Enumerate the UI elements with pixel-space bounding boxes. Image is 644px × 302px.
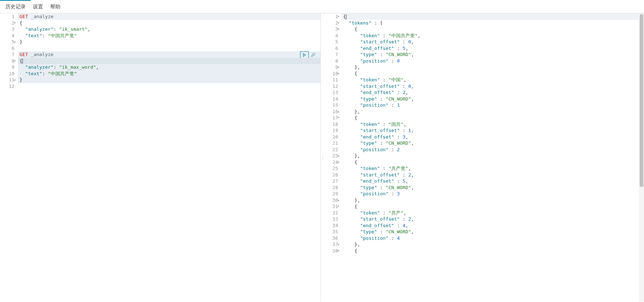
line-number: 8▾ (0, 58, 14, 64)
code-line: "token" : "中国", (342, 77, 644, 83)
line-number: 37▴ (324, 241, 338, 248)
fold-icon[interactable]: ▴ (338, 109, 340, 115)
code-line[interactable]: GET _analyze (18, 51, 320, 58)
code-line: "type" : "CN_WORD", (342, 229, 644, 235)
code-line: }, (342, 241, 644, 248)
line-number: 2▾ (324, 20, 338, 26)
code-line: "position" : 0 (342, 58, 644, 64)
fold-icon[interactable]: ▴ (338, 241, 340, 248)
fold-icon[interactable]: ▴ (338, 197, 340, 204)
line-number: 25 (324, 165, 338, 172)
menu-history[interactable]: 历史记录 (5, 4, 26, 10)
code-line: "position" : 2 (342, 146, 644, 153)
line-number: 7 (0, 51, 14, 58)
line-number: 26 (324, 172, 338, 178)
line-number: 5 (324, 39, 338, 45)
fold-icon[interactable]: ▾ (14, 20, 16, 26)
line-number: 36 (324, 235, 338, 242)
line-number: 6 (0, 45, 14, 52)
line-number: 23▴ (324, 153, 338, 159)
code-line: "end_offset" : 5, (342, 178, 644, 184)
code-line: { (342, 248, 644, 254)
code-line: "token" : "国共", (342, 121, 644, 128)
code-line: }, (342, 197, 644, 204)
line-number: 2▾ (0, 20, 14, 26)
scroll-thumb[interactable] (640, 14, 643, 187)
code-line: { (342, 159, 644, 166)
code-line: { (342, 203, 644, 210)
response-content: { "tokens" : [ { "token" : "中国共产党", "sta… (342, 13, 644, 254)
code-line: "end_offset" : 3, (342, 134, 644, 140)
line-number: 35 (324, 229, 338, 235)
code-line: "start_offset" : 0, (342, 39, 644, 45)
line-number: 3▾ (324, 26, 338, 33)
line-number: 6 (324, 45, 338, 52)
line-number: 27 (324, 178, 338, 184)
fold-icon[interactable]: ▴ (338, 153, 340, 159)
menu-help[interactable]: 帮助 (50, 4, 60, 10)
code-line[interactable]: { (18, 20, 320, 26)
line-number: 10 (0, 71, 14, 77)
line-number: 1 (0, 13, 14, 20)
line-number: 14 (324, 96, 338, 102)
code-line: { (342, 26, 644, 33)
fold-icon[interactable]: ▴ (338, 64, 340, 71)
code-line: "token" : "中国共产党", (342, 33, 644, 39)
menu-bar: 历史记录 设置 帮助 (0, 1, 644, 13)
code-line[interactable]: "analyzer": "ik_smart", (18, 26, 320, 33)
line-number: 32 (324, 210, 338, 216)
code-line: }, (342, 153, 644, 159)
code-line[interactable]: } (18, 77, 320, 83)
request-content[interactable]: GET _analyze{ "analyzer": "ik_smart", "t… (18, 13, 320, 89)
fold-icon[interactable]: ▴ (14, 77, 16, 83)
line-number: 1▾ (324, 13, 338, 20)
code-line: "type" : "CN_WORD", (342, 184, 644, 191)
response-viewer[interactable]: 1▾2▾3▾456789▴10▾111213141516▴17▾18192021… (324, 13, 644, 302)
line-number: 18 (324, 121, 338, 128)
fold-icon[interactable]: ▾ (338, 159, 340, 166)
fold-icon[interactable]: ▾ (338, 13, 340, 20)
fold-icon[interactable]: ▾ (338, 71, 340, 77)
line-number: 28 (324, 184, 338, 191)
scrollbar[interactable] (639, 13, 644, 302)
fold-icon[interactable]: ▾ (338, 20, 340, 26)
code-line[interactable]: "analyzer": "ik_max_word", (18, 64, 320, 71)
fold-icon[interactable]: ▾ (338, 26, 340, 33)
fold-icon[interactable]: ▾ (338, 115, 340, 121)
code-line: }, (342, 64, 644, 71)
line-number: 10▾ (324, 71, 338, 77)
code-line: "end_offset" : 2, (342, 89, 644, 96)
code-line[interactable]: GET _analyze (18, 13, 320, 20)
code-line[interactable] (18, 83, 320, 90)
line-number: 16▴ (324, 109, 338, 115)
request-editor[interactable]: 12▾345▴678▾91011▴12 GET _analyze{ "analy… (0, 13, 321, 302)
line-number: 8 (324, 58, 338, 64)
cursor (346, 14, 346, 20)
line-number: 21 (324, 140, 338, 146)
fold-icon[interactable]: ▴ (14, 39, 16, 45)
line-number: 12 (0, 83, 14, 90)
line-number: 4 (324, 33, 338, 39)
code-line: "type" : "CN_WORD", (342, 140, 644, 146)
code-line[interactable]: "text": "中国共产党" (18, 71, 320, 77)
line-number: 34 (324, 222, 338, 229)
code-line[interactable] (18, 45, 320, 52)
code-line[interactable]: { (18, 58, 320, 64)
line-number: 13 (324, 89, 338, 96)
menu-settings[interactable]: 设置 (33, 4, 43, 10)
line-number: 3 (0, 26, 14, 33)
cursor (22, 59, 23, 64)
pane-splitter[interactable]: ⋮ (321, 13, 324, 302)
line-number: 33 (324, 216, 338, 222)
main-container: 12▾345▴678▾91011▴12 GET _analyze{ "analy… (0, 13, 644, 302)
code-line: "type" : "CN_WORD", (342, 51, 644, 58)
fold-icon[interactable]: ▾ (338, 203, 340, 210)
fold-icon[interactable]: ▾ (338, 248, 340, 254)
code-line[interactable]: "text": "中国共产党" (18, 33, 320, 39)
fold-icon[interactable]: ▾ (14, 58, 16, 64)
code-line: "token" : "共产党", (342, 165, 644, 172)
code-line: "position" : 4 (342, 235, 644, 242)
code-line[interactable]: } (18, 39, 320, 45)
line-number: 11 (324, 77, 338, 83)
code-line: { (342, 115, 644, 121)
